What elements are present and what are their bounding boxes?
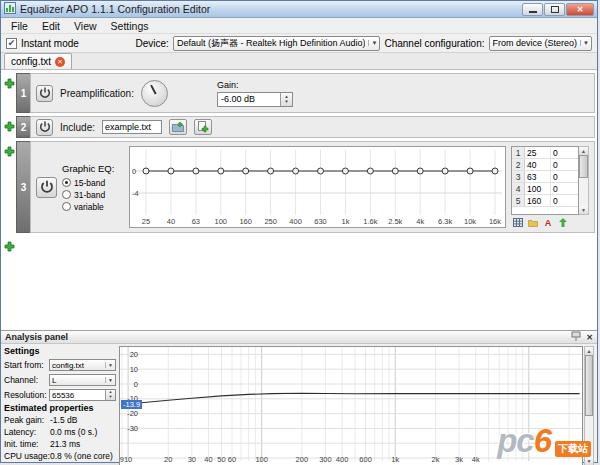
add-filter-button[interactable] (4, 143, 15, 161)
power-toggle-button[interactable] (36, 119, 53, 136)
radio-15-band[interactable]: 15-band (62, 178, 124, 188)
channel-label: Channel: (4, 375, 46, 385)
tab-close-icon[interactable]: ✕ (55, 57, 65, 67)
float-panel-icon[interactable] (571, 331, 581, 343)
channel-dropdown[interactable]: L▼ (49, 374, 116, 386)
eq-table-body: 1250240036304100051600 (511, 146, 579, 215)
eq-y-tick: 0 (132, 167, 136, 176)
eq-row-gain[interactable]: 0 (551, 159, 578, 170)
menu-file[interactable]: File (4, 19, 35, 33)
eq-table-toolbar: A (511, 215, 589, 228)
analysis-x-tick: 200 (296, 455, 309, 464)
eq-row-frequency[interactable]: 160 (525, 195, 551, 206)
eq-row-frequency[interactable]: 25 (525, 147, 551, 158)
watermark-6: 6 (534, 422, 552, 460)
eq-table-row[interactable]: 1250 (512, 147, 578, 159)
eq-row-index: 4 (512, 183, 525, 194)
gain-spinbox[interactable]: -6.00 dB ▲▼ (217, 92, 293, 107)
menu-settings[interactable]: Settings (104, 19, 156, 33)
power-toggle-button[interactable] (36, 85, 53, 102)
analysis-y-tick: 20 (121, 350, 138, 359)
menu-view[interactable]: View (67, 19, 104, 33)
eq-table-row[interactable]: 3630 (512, 171, 578, 183)
knob-indicator (150, 84, 156, 94)
property-row: Init. time:21.3 ms (4, 439, 116, 450)
eq-table-scrollbar[interactable]: ▲ ▼ (579, 146, 589, 215)
analysis-x-tick: 400 (336, 455, 349, 464)
eq-x-tick: 160 (239, 217, 252, 226)
radio-31-band[interactable]: 31-band (62, 190, 124, 200)
device-dropdown[interactable]: Default (扬声器 - Realtek High Definition A… (173, 36, 381, 51)
resolution-label: Resolution: (4, 390, 46, 400)
scroll-thumb[interactable] (585, 355, 593, 416)
eq-row-gain[interactable]: 0 (551, 183, 578, 194)
eq-row-frequency[interactable]: 100 (525, 183, 551, 194)
analysis-x-tick: 600 (359, 455, 372, 464)
up-arrow-icon[interactable] (557, 217, 569, 228)
scroll-up-icon[interactable]: ▲ (579, 147, 588, 155)
eq-table-row[interactable]: 51600 (512, 195, 578, 207)
folder-open-icon (172, 122, 184, 132)
add-filter-button[interactable] (4, 118, 15, 136)
start-from-dropdown[interactable]: config.txt▼ (49, 359, 116, 371)
title-bar[interactable]: Equalizer APO 1.1.1 Configuration Editor… (1, 1, 597, 18)
add-file-button[interactable] (194, 119, 212, 135)
spinner-arrows[interactable]: ▲▼ (280, 93, 292, 106)
watermark-pc: pc (497, 422, 534, 460)
letter-a-icon[interactable]: A (542, 217, 554, 228)
channel-config-dropdown[interactable]: From device (Stereo) ▼ (489, 36, 592, 51)
power-toggle-button[interactable] (36, 177, 57, 198)
analysis-y-tick: -30 (121, 424, 138, 433)
app-window: Equalizer APO 1.1.1 Configuration Editor… (0, 0, 598, 463)
analysis-x-tick: 3k (455, 455, 463, 464)
close-button[interactable]: ✕ (566, 3, 594, 16)
channel-config-label: Channel configuration: (384, 38, 484, 49)
include-filename-input[interactable] (102, 120, 162, 134)
add-filter-button[interactable] (4, 75, 15, 93)
eq-row-gain[interactable]: 0 (551, 147, 578, 158)
eq-row-frequency[interactable]: 63 (525, 171, 551, 182)
panel-close-icon[interactable]: ✕ (586, 333, 593, 342)
radio-label: 15-band (74, 178, 105, 188)
minimize-button[interactable] (522, 3, 543, 16)
radio-variable[interactable]: variable (62, 202, 124, 212)
radio-label: variable (74, 202, 104, 212)
eq-table-row[interactable]: 41000 (512, 183, 578, 195)
analysis-x-tick: 50 (217, 455, 225, 464)
grid-icon[interactable] (512, 217, 524, 228)
property-row: Peak gain:-1.5 dB (4, 415, 116, 426)
eq-x-tick: 6.3k (438, 217, 452, 226)
analysis-settings: Settings Start from: config.txt▼ Channel… (3, 346, 119, 465)
add-filter-button[interactable] (4, 238, 15, 256)
gain-knob[interactable] (141, 80, 168, 107)
spinner-arrows[interactable]: ▲▼ (105, 390, 115, 400)
eq-x-tick: 4k (416, 217, 424, 226)
menu-bar: FileEditViewSettings (1, 18, 597, 34)
analysis-panel-header[interactable]: Analysis panel ✕ (1, 331, 597, 344)
resolution-spinbox[interactable]: 65536 ▲▼ (49, 389, 116, 401)
eq-plot[interactable]: 2540631001602504006301k1.6k2.5k4k6.3k10k… (129, 146, 506, 228)
chevron-down-icon: ▼ (368, 40, 377, 46)
eq-table-row[interactable]: 2400 (512, 159, 578, 171)
analysis-y-tick: 10 (121, 365, 138, 374)
eq-row-gain[interactable]: 0 (551, 171, 578, 182)
folder-icon[interactable] (527, 217, 539, 228)
estimated-properties-heading: Estimated properties (4, 403, 116, 414)
radio-icon (62, 202, 71, 211)
scroll-down-icon[interactable]: ▼ (579, 206, 588, 214)
instant-mode-checkbox[interactable]: ✔ Instant mode (6, 38, 79, 49)
instant-mode-label: Instant mode (21, 38, 79, 49)
eq-x-tick: 10k (464, 217, 476, 226)
row-number: 3 (16, 141, 30, 233)
editor-area: 1 Preamplification: Gain: -6.00 dB ▲▼ 2 (1, 70, 597, 330)
chevron-down-icon: ▼ (580, 40, 589, 46)
eq-row-frequency[interactable]: 40 (525, 159, 551, 170)
scroll-thumb[interactable] (579, 155, 588, 178)
maximize-button[interactable] (544, 3, 565, 16)
scroll-up-icon[interactable]: ▲ (585, 347, 593, 355)
menu-edit[interactable]: Edit (35, 19, 67, 33)
eq-row-gain[interactable]: 0 (551, 195, 578, 206)
open-file-button[interactable] (169, 119, 187, 135)
power-icon (39, 87, 51, 99)
tab-config-txt[interactable]: config.txt ✕ (4, 53, 72, 69)
